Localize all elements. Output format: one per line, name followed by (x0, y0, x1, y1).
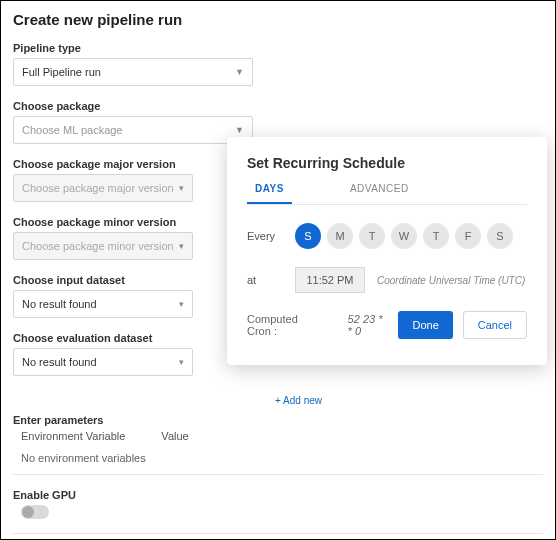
tab-advanced[interactable]: ADVANCED (342, 183, 417, 204)
major-version-select[interactable]: Choose package major version ▾ (13, 174, 193, 202)
tab-days[interactable]: DAYS (247, 183, 292, 204)
parameters-empty: No environment variables (13, 452, 543, 464)
eval-dataset-select[interactable]: No result found ▾ (13, 348, 193, 376)
day-thu[interactable]: T (423, 223, 449, 249)
done-button[interactable]: Done (398, 311, 452, 339)
day-sun[interactable]: S (295, 223, 321, 249)
choose-package-select[interactable]: Choose ML package ▼ (13, 116, 253, 144)
modal-title: Set Recurring Schedule (247, 155, 527, 171)
major-version-placeholder: Choose package major version (22, 182, 174, 194)
add-new-link[interactable]: + Add new (275, 395, 322, 406)
enable-gpu-toggle[interactable] (21, 505, 49, 519)
chevron-down-icon: ▼ (235, 125, 244, 135)
cron-value: 52 23 * * 0 (348, 313, 389, 337)
choose-package-placeholder: Choose ML package (22, 124, 123, 136)
every-label: Every (247, 230, 295, 242)
choose-package-label: Choose package (13, 100, 543, 112)
pipeline-type-select[interactable]: Full Pipeline run ▼ (13, 58, 253, 86)
day-fri[interactable]: F (455, 223, 481, 249)
divider (13, 474, 543, 475)
day-tue[interactable]: T (359, 223, 385, 249)
eval-dataset-value: No result found (22, 356, 97, 368)
timezone-label: Coordinate Universal Time (UTC) (377, 275, 525, 286)
minor-version-placeholder: Choose package minor version (22, 240, 174, 252)
days-selector: S M T W T F S (295, 223, 513, 249)
cron-label: Computed Cron : (247, 313, 314, 337)
chevron-down-icon: ▾ (179, 357, 184, 367)
param-col-value: Value (161, 430, 188, 442)
chevron-down-icon: ▾ (179, 299, 184, 309)
day-wed[interactable]: W (391, 223, 417, 249)
enable-gpu-label: Enable GPU (13, 489, 543, 501)
chevron-down-icon: ▾ (179, 241, 184, 251)
modal-cancel-button[interactable]: Cancel (463, 311, 527, 339)
parameters-label: Enter parameters (13, 414, 543, 426)
day-mon[interactable]: M (327, 223, 353, 249)
chevron-down-icon: ▼ (235, 67, 244, 77)
recurring-schedule-modal: Set Recurring Schedule DAYS ADVANCED Eve… (227, 137, 547, 365)
param-col-env: Environment Variable (21, 430, 125, 442)
day-sat[interactable]: S (487, 223, 513, 249)
pipeline-type-value: Full Pipeline run (22, 66, 101, 78)
minor-version-select[interactable]: Choose package minor version ▾ (13, 232, 193, 260)
at-label: at (247, 274, 295, 286)
page-title: Create new pipeline run (13, 11, 543, 28)
input-dataset-value: No result found (22, 298, 97, 310)
input-dataset-select[interactable]: No result found ▾ (13, 290, 193, 318)
chevron-down-icon: ▾ (179, 183, 184, 193)
pipeline-type-label: Pipeline type (13, 42, 543, 54)
time-input[interactable] (295, 267, 365, 293)
